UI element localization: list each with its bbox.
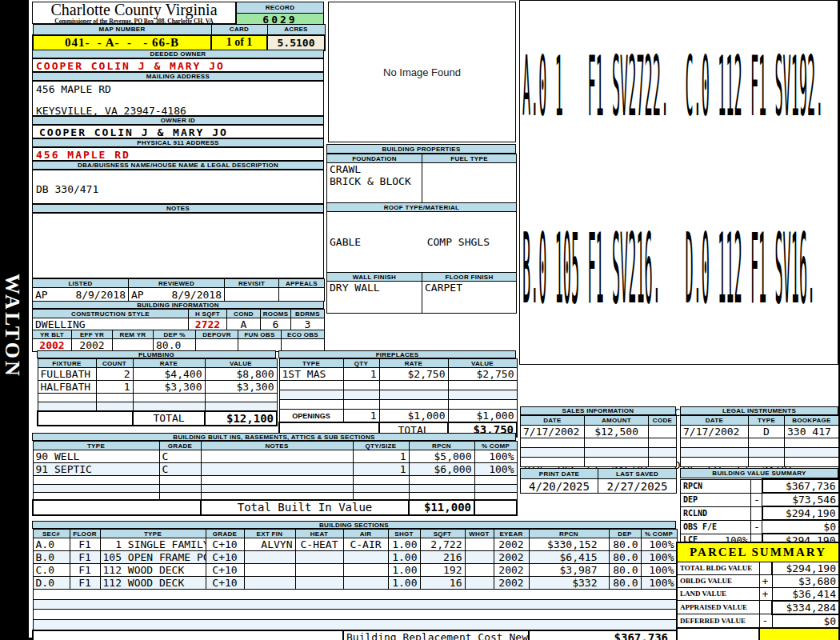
deeded-owner-header: DEEDED OWNER xyxy=(32,50,324,58)
plumbing-header: PLUMBING xyxy=(37,350,276,358)
record-box: RECORD 6029 xyxy=(236,2,324,24)
parcel-row: DEFERRED VALUE - $0 xyxy=(677,614,839,628)
listed-label: LISTED xyxy=(33,279,129,288)
section-row: D.0F1112 WOOD DECK C+10 1.0016 2002$332 … xyxy=(33,577,677,590)
depovr-label: DEPOVR xyxy=(196,330,238,339)
card-value: 1 of 1 xyxy=(211,35,267,50)
parcel-row: APPRAISED VALUE $334,284 xyxy=(677,601,839,614)
builtins-total-label: Total Built In Value xyxy=(201,500,409,515)
physical-address-value: 456 MAPLE RD xyxy=(32,147,324,161)
funobs-label: FUN OBS xyxy=(238,330,282,339)
effyr-label: EFF YR xyxy=(72,330,113,339)
wall-finish-label: WALL FINISH xyxy=(327,273,422,282)
fireplace-openings-row: OPENINGS 1 $1,000 $1,000 xyxy=(279,410,517,423)
floor-finish-label: FLOOR FINISH xyxy=(422,273,517,282)
notes-value xyxy=(32,213,324,278)
card-label: CARD xyxy=(211,25,267,35)
section-row: B.0F1105 OPEN FRAME PCH C+10 1.00216 200… xyxy=(33,551,677,564)
sales-header: SALES INFORMATION xyxy=(520,406,676,415)
listed-value: AP8/9/2018 xyxy=(33,288,129,302)
building-properties-table: FOUNDATION FUEL TYPE CRAWLBRICK & BLOCK … xyxy=(326,154,517,314)
property-record-card: WALTON Charlotte County Virginia Commiss… xyxy=(0,0,840,640)
construction-style-label: CONSTRUCTION STYLE xyxy=(33,310,189,318)
revisit-label: REVISIT xyxy=(225,279,279,288)
plumbing-table: FIXTURE COUNT RATE VALUE FULLBATH2 $4,40… xyxy=(37,358,278,426)
notes-header: NOTES xyxy=(32,204,324,213)
no-image-text: No Image Found xyxy=(383,66,461,78)
roof-label: ROOF TYPE/MATERIAL xyxy=(327,203,517,212)
legal-table: DATE TYPE BOOKPAGE 7/17/2002D330 417 xyxy=(680,415,839,467)
builtins-total-value: $11,000 xyxy=(409,500,474,515)
legal-row: 7/17/2002D330 417 xyxy=(681,426,839,438)
print-date-value: 4/20/2025 xyxy=(521,479,598,494)
yrblt-label: YR BLT xyxy=(33,330,72,339)
walton-watermark: WALTON xyxy=(0,274,24,378)
physical-address-header: PHYSICAL 911 ADDRESS xyxy=(32,138,324,147)
record-label: RECORD xyxy=(236,2,324,14)
value-summary-row: RCLND $294,190 xyxy=(681,506,839,520)
building-info-table1: CONSTRUCTION STYLE H SQFT COND ROOMS BDR… xyxy=(32,309,325,331)
acres-label: ACRES xyxy=(267,25,325,35)
mailing-address-header: MAILING ADDRESS xyxy=(32,72,324,81)
plumbing-row: HALFBATH1 $3,300$3,300 xyxy=(38,381,277,394)
value-summary-table: RPCN $367,736 DEP - $73,546 RCLND $294,1… xyxy=(680,478,840,548)
sections-table: SEC#FLOOR TYPEGRADE EXT FINHEAT AIRSHGT … xyxy=(32,529,678,640)
foundation-value: CRAWLBRICK & BLOCK xyxy=(327,163,422,203)
replacement-cost-value: $367,736 xyxy=(529,630,677,640)
builtins-table: TYPE GRADE NOTES QTY/SIZE RPCN % COMP 90… xyxy=(32,441,518,516)
visits-table: LISTED REVIEWED REVISIT APPEALS AP8/9/20… xyxy=(32,278,325,302)
owner-id-value: COOPER COLIN J & MARY JO xyxy=(32,125,324,138)
parcel-row: TOTAL BLDG VALUE $294,190 xyxy=(677,562,839,574)
remyr-label: REM YR xyxy=(113,330,154,339)
dba-value: DB 330/471 xyxy=(32,170,324,204)
last-saved-label: LAST SAVED xyxy=(598,469,677,479)
section-row: C.0F1112 WOOD DECK C+10 1.00192 2002$3,9… xyxy=(33,564,677,577)
builtins-header: BUILDING BUILT INS, BASEMENTS, ATTICS & … xyxy=(32,433,516,441)
value-summary-row: RPCN $367,736 xyxy=(681,479,839,493)
sale-row: 7/17/2002$12,500 xyxy=(521,426,677,438)
floor-finish-value: CARPET xyxy=(422,282,517,314)
value-summary-row: DEP - $73,546 xyxy=(681,493,839,506)
sketch-stretched-line1: A.0 1 F1 SV2722. C.0 112 F1 SV192. xyxy=(522,38,823,134)
replacement-cost-label: Building Replacement Cost New xyxy=(343,630,529,640)
acres-value: 5.5100 xyxy=(267,35,325,50)
fireplaces-table: TYPE QTY RATE VALUE 1ST MAS1 $2,750$2,75… xyxy=(278,358,518,438)
appeals-label: APPEALS xyxy=(279,279,325,288)
sketch-stretched-line2: B.0 105 F1 SV216. D.0 112 F1 SV16. xyxy=(522,213,815,325)
taxable-value-label: TAXABLE VALUE xyxy=(677,628,759,640)
dep-label: DEP % xyxy=(154,330,196,339)
parcel-summary-header: PARCEL SUMMARY xyxy=(677,542,839,562)
cond-label: COND xyxy=(227,310,261,318)
no-image-box: No Image Found xyxy=(328,2,516,142)
sales-table: DATE AMOUNT CODE 7/17/2002$12,500 xyxy=(520,415,677,467)
value-summary-row: OBS F/E - $0 xyxy=(681,520,839,534)
builtin-row: 91 SEPTICC 1$6,000100% xyxy=(33,463,517,476)
parcel-summary: PARCEL SUMMARY TOTAL BLDG VALUE $294,190… xyxy=(676,542,840,640)
last-saved-value: 2/27/2025 xyxy=(598,479,677,494)
bdrms-label: BDRMS xyxy=(291,310,325,318)
map-card-acres-table: MAP NUMBER CARD ACRES 041- - A- - - 66-B… xyxy=(32,24,326,51)
section-row: A.0F1 1 SINGLE FAMILY C+10ALVYNC-HEAT C-… xyxy=(33,538,677,551)
plumbing-total-value: $12,100 xyxy=(205,411,277,426)
sections-header: BUILDING SECTIONS xyxy=(32,521,676,529)
fuel-value xyxy=(422,163,517,203)
fireplaces-header: FIREPLACES xyxy=(278,350,516,358)
legal-header: LEGAL INSTRUMENTS xyxy=(680,406,838,415)
map-number-value: 041- - A- - - 66-B xyxy=(33,35,211,50)
builtin-row: 90 WELLC 1$5,000100% xyxy=(33,450,517,463)
building-properties-header: BUILDING PROPERTIES xyxy=(326,144,516,154)
parcel-row: OBLDG VALUE + $3,680 xyxy=(677,574,839,587)
deeded-owner-value: COOPER COLIN J & MARY JO xyxy=(32,58,324,72)
rooms-label: ROOMS xyxy=(261,310,291,318)
foundation-label: FOUNDATION xyxy=(327,154,422,163)
map-number-label: MAP NUMBER xyxy=(33,25,211,35)
dba-header: DBA/BUISNESS NAME/HOUSE NAME & LEGAL DES… xyxy=(32,161,324,170)
hsqft-label: H SQFT xyxy=(189,310,227,318)
appeals-value xyxy=(279,288,325,302)
fireplace-row: 1ST MAS1 $2,750$2,750 xyxy=(279,368,517,381)
building-info-header: BUILDING INFORMATION xyxy=(32,301,324,309)
value-summary-header: BUILDING VALUE SUMMARY xyxy=(680,468,838,478)
taxable-value: $334,284 xyxy=(759,628,839,640)
dates-table: PRINT DATE LAST SAVED 4/20/2025 2/27/202… xyxy=(520,468,677,494)
owner-id-header: OWNER ID xyxy=(32,116,324,125)
